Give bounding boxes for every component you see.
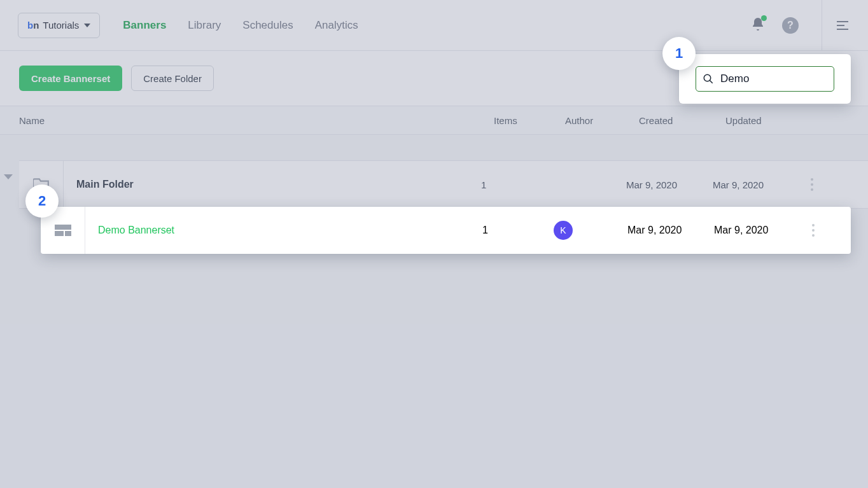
column-author: Author — [565, 115, 639, 126]
row-name: Main Folder — [64, 179, 481, 190]
row-created: Mar 9, 2020 — [626, 179, 713, 190]
column-updated: Updated — [725, 115, 812, 126]
help-icon: ? — [787, 20, 794, 31]
tour-highlight-search: Demo — [679, 54, 851, 104]
create-folder-button[interactable]: Create Folder — [131, 66, 214, 91]
notifications-button[interactable] — [750, 17, 766, 34]
table-header: Name Items Author Created Updated — [0, 106, 868, 135]
column-items: Items — [494, 115, 565, 126]
logo-letter-b: b — [27, 20, 33, 31]
row-created: Mar 9, 2020 — [627, 225, 714, 236]
main-nav: Banners Library Schedules Analytics — [123, 19, 358, 32]
svg-point-3 — [704, 74, 711, 81]
row-updated: Mar 9, 2020 — [713, 179, 799, 190]
create-bannerset-label: Create Bannerset — [31, 73, 110, 84]
nav-library[interactable]: Library — [188, 19, 221, 32]
avatar-initial: K — [560, 225, 566, 235]
row-items: 1 — [482, 225, 554, 236]
side-panel-toggle[interactable] — [822, 0, 850, 51]
nav-schedules[interactable]: Schedules — [242, 19, 293, 32]
column-name: Name — [19, 115, 494, 126]
logo-letter-n: n — [33, 20, 39, 31]
create-bannerset-button[interactable]: Create Bannerset — [19, 66, 122, 91]
workspace-switcher[interactable]: b n Tutorials — [18, 13, 100, 38]
chevron-down-icon — [4, 174, 13, 179]
column-created: Created — [639, 115, 725, 126]
marker-number: 1 — [675, 45, 683, 62]
row-actions[interactable] — [801, 224, 826, 237]
panel-toggle-icon — [835, 18, 850, 33]
workspace-name: Tutorials — [43, 20, 79, 31]
topbar-right: ? — [750, 0, 850, 51]
row-items: 1 — [481, 179, 552, 190]
row-author: K — [554, 221, 627, 240]
topbar: b n Tutorials Banners Library Schedules … — [0, 0, 868, 51]
more-icon — [799, 178, 825, 191]
tour-highlight-row[interactable]: Demo Bannerset 1 K Mar 9, 2020 Mar 9, 20… — [41, 207, 851, 254]
marker-number: 2 — [38, 193, 46, 209]
search-input[interactable]: Demo — [696, 66, 834, 92]
expand-toggle[interactable] — [4, 174, 13, 179]
bannerset-icon — [55, 225, 71, 236]
chevron-down-icon — [84, 24, 90, 27]
avatar: K — [554, 221, 573, 240]
search-value: Demo — [720, 73, 749, 85]
notification-dot-icon — [761, 15, 767, 21]
row-updated: Mar 9, 2020 — [714, 225, 801, 236]
svg-line-4 — [710, 80, 713, 83]
tour-step-marker-2: 2 — [25, 185, 59, 218]
more-icon — [801, 224, 826, 237]
nav-banners[interactable]: Banners — [123, 19, 166, 32]
create-folder-label: Create Folder — [143, 73, 202, 84]
help-button[interactable]: ? — [782, 17, 799, 34]
row-actions[interactable] — [799, 178, 825, 191]
row-name: Demo Bannerset — [85, 225, 482, 236]
search-icon — [703, 73, 714, 85]
table-row-folder[interactable]: Main Folder 1 Mar 9, 2020 Mar 9, 2020 — [19, 160, 868, 209]
tour-step-marker-1: 1 — [662, 37, 696, 70]
nav-analytics[interactable]: Analytics — [315, 19, 358, 32]
